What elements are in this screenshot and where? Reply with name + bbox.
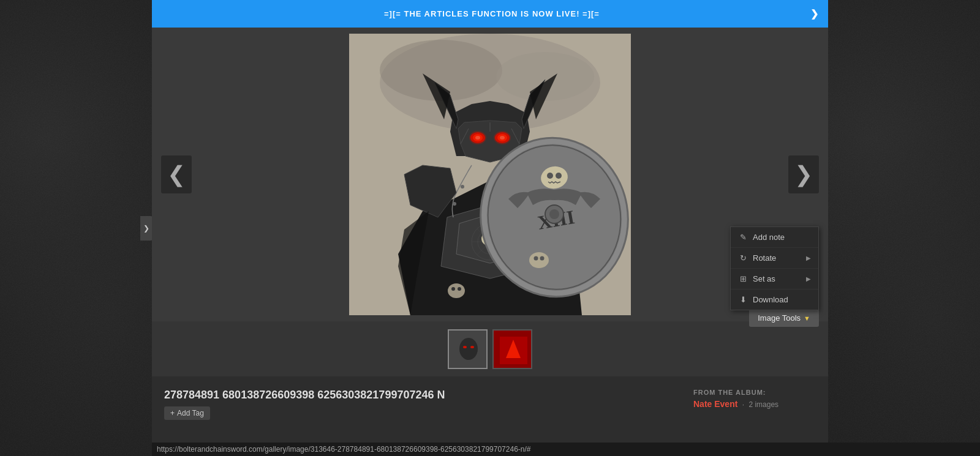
album-label: FROM THE ALBUM: [693, 389, 816, 396]
main-content: =][= THE ARTICLES FUNCTION IS NOW LIVE! … [152, 0, 828, 456]
image-tools-button[interactable]: Image Tools ▼ [749, 309, 819, 327]
svg-point-53 [470, 346, 474, 348]
left-texture [0, 0, 152, 456]
status-url: https://bolterandchainsword.com/gallery/… [157, 445, 530, 454]
right-texture [828, 0, 980, 456]
svg-point-30 [469, 131, 486, 144]
image-container: ❮ [152, 28, 828, 321]
svg-point-52 [463, 346, 467, 348]
context-menu: ✎ Add note ↻ Rotate ▶ ⊞ Set as ▶ ⬇ Downl… [730, 226, 819, 310]
add-tag-label: Add Tag [177, 409, 204, 417]
thumbnail-2[interactable] [492, 329, 532, 369]
svg-point-32 [461, 185, 464, 189]
album-count: 2 images [748, 400, 778, 409]
thumbnail-1[interactable] [448, 329, 488, 369]
announcement-text: =][= THE ARTICLES FUNCTION IS NOW LIVE! … [173, 9, 810, 18]
menu-item-rotate-label: Rotate [753, 253, 776, 263]
info-section: 278784891 680138726609398 62563038217997… [152, 376, 828, 426]
rotate-submenu-arrow: ▶ [806, 255, 811, 261]
svg-point-41 [556, 173, 562, 179]
menu-item-rotate[interactable]: ↻ Rotate ▶ [731, 248, 818, 269]
menu-item-set-as-label: Set as [753, 274, 775, 283]
add-tag-button[interactable]: + Add Tag [164, 406, 210, 420]
svg-point-43 [549, 209, 559, 219]
svg-point-44 [529, 252, 549, 268]
svg-point-33 [453, 202, 456, 206]
add-tag-icon: + [170, 409, 175, 417]
status-bar: https://bolterandchainsword.com/gallery/… [152, 443, 980, 456]
prev-image-button[interactable]: ❮ [161, 155, 192, 193]
svg-point-48 [451, 287, 455, 291]
image-info: 278784891 680138726609398 62563038217997… [164, 389, 681, 420]
left-sidebar: ❯ [0, 0, 152, 456]
announcement-arrow[interactable]: ❯ [810, 8, 819, 20]
download-icon: ⬇ [738, 295, 748, 304]
menu-item-add-note[interactable]: ✎ Add note [731, 227, 818, 248]
menu-item-download[interactable]: ⬇ Download [731, 290, 818, 310]
svg-rect-0 [0, 0, 152, 456]
thumbnail-strip [152, 321, 828, 376]
album-name[interactable]: Nate Event [693, 399, 737, 409]
svg-point-45 [534, 256, 538, 261]
image-tools-arrow: ▼ [804, 315, 810, 322]
album-separator: · [742, 400, 744, 409]
rotate-icon: ↻ [738, 253, 748, 263]
menu-item-add-note-label: Add note [753, 233, 785, 242]
svg-point-31 [494, 131, 511, 144]
set-as-icon: ⊞ [738, 274, 748, 283]
left-sidebar-toggle[interactable]: ❯ [140, 216, 153, 241]
menu-item-set-as[interactable]: ⊞ Set as ▶ [731, 269, 818, 290]
image-title: 278784891 680138726609398 62563038217997… [164, 389, 681, 402]
next-image-button[interactable]: ❯ [788, 155, 819, 193]
svg-point-51 [459, 338, 478, 360]
announcement-banner[interactable]: =][= THE ARTICLES FUNCTION IS NOW LIVE! … [152, 0, 828, 28]
album-info: FROM THE ALBUM: Nate Event · 2 images [693, 389, 816, 420]
svg-point-40 [547, 173, 553, 179]
svg-point-47 [448, 283, 465, 298]
album-details: Nate Event · 2 images [693, 399, 816, 409]
menu-item-download-label: Download [753, 295, 788, 304]
image-tools-label: Image Tools [758, 313, 801, 323]
right-sidebar [828, 0, 980, 456]
svg-point-49 [458, 287, 461, 291]
main-image: XIII [349, 34, 631, 315]
add-note-icon: ✎ [738, 233, 748, 242]
svg-rect-6 [828, 0, 980, 456]
set-as-submenu-arrow: ▶ [806, 275, 811, 282]
svg-point-46 [540, 256, 545, 261]
